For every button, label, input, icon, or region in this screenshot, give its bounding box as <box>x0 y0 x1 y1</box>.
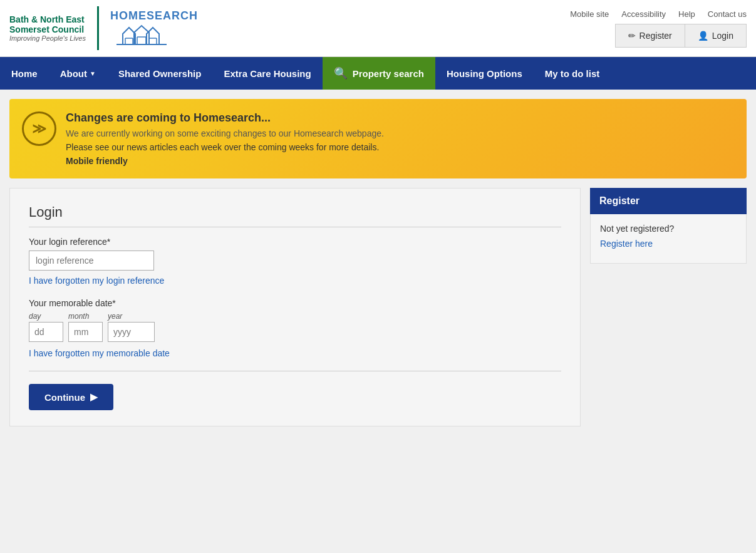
continue-button[interactable]: Continue ▶ <box>29 384 113 410</box>
banner-icon: ≫ <box>22 111 56 146</box>
pencil-icon: ✏ <box>628 31 636 41</box>
login-ref-group: Your login reference* I have forgotten m… <box>29 237 561 286</box>
memorable-date-label: Your memorable date* <box>29 298 561 308</box>
user-icon: 👤 <box>698 31 708 41</box>
nav-home[interactable]: Home <box>0 57 49 90</box>
announcement-banner: ≫ Changes are coming to Homesearch... We… <box>9 99 747 178</box>
main-content-area: Login Your login reference* I have forgo… <box>9 188 747 426</box>
form-divider <box>29 371 561 371</box>
memorable-date-group: Your memorable date* day month year I ha… <box>29 298 561 358</box>
sidebar: Register Not yet registered? Register he… <box>590 188 747 426</box>
council-name-line2: Somerset Council <box>9 24 86 34</box>
not-registered-text: Not yet registered? <box>600 224 737 234</box>
search-icon: 🔍 <box>334 66 348 80</box>
login-title: Login <box>29 204 561 227</box>
site-header: Bath & North East Somerset Council Impro… <box>0 0 756 57</box>
year-field-group: year <box>108 312 155 342</box>
continue-arrow-icon: ▶ <box>90 391 98 403</box>
forgot-ref-link[interactable]: I have forgotten my login reference <box>29 276 561 286</box>
auth-actions: ✏ Register 👤 Login <box>615 24 747 48</box>
homesearch-icon <box>110 23 185 48</box>
nav-about[interactable]: About ▼ <box>49 57 107 90</box>
day-field-group: day <box>29 312 63 342</box>
register-here-link[interactable]: Register here <box>600 239 737 249</box>
nav-my-to-do-list[interactable]: My to do list <box>534 57 611 90</box>
forgot-date-link[interactable]: I have forgotten my memorable date <box>29 348 561 358</box>
month-field-group: month <box>68 312 103 342</box>
logo-area: Bath & North East Somerset Council Impro… <box>9 6 198 50</box>
year-input[interactable] <box>108 322 155 342</box>
contact-us-link[interactable]: Contact us <box>708 9 747 19</box>
council-tagline: Improving People's Lives <box>9 34 86 42</box>
banner-mobile-label: Mobile friendly <box>66 156 384 166</box>
register-button[interactable]: ✏ Register <box>615 24 685 48</box>
help-link[interactable]: Help <box>678 9 695 19</box>
nav-property-search[interactable]: 🔍 Property search <box>323 57 435 90</box>
continue-label: Continue <box>44 392 85 403</box>
month-input[interactable] <box>68 322 103 342</box>
sidebar-register-box: Not yet registered? Register here <box>590 214 747 264</box>
nav-extra-care-housing[interactable]: Extra Care Housing <box>212 57 322 90</box>
day-input[interactable] <box>29 322 63 342</box>
banner-title: Changes are coming to Homesearch... <box>66 111 384 125</box>
banner-note: Please see our news articles each week o… <box>66 142 384 152</box>
logo-divider <box>97 6 99 50</box>
register-label: Register <box>639 31 672 41</box>
top-nav: Mobile site Accessibility Help Contact u… <box>570 9 747 19</box>
banner-content: Changes are coming to Homesearch... We a… <box>66 111 384 166</box>
homesearch-text: HOMESEARCH <box>110 9 198 23</box>
council-name-line1: Bath & North East <box>9 14 86 24</box>
nav-housing-options[interactable]: Housing Options <box>435 57 534 90</box>
login-button[interactable]: 👤 Login <box>685 24 747 48</box>
month-label: month <box>68 312 103 321</box>
day-label: day <box>29 312 63 321</box>
login-box: Login Your login reference* I have forgo… <box>9 188 581 426</box>
nav-shared-ownership[interactable]: Shared Ownership <box>107 57 213 90</box>
login-label: Login <box>712 31 733 41</box>
banner-description: We are currently working on some excitin… <box>66 128 384 138</box>
sidebar-register-heading: Register <box>590 188 747 214</box>
login-ref-input[interactable] <box>29 251 154 271</box>
date-fields: day month year <box>29 312 561 342</box>
council-logo: Bath & North East Somerset Council Impro… <box>9 14 86 42</box>
year-label: year <box>108 312 155 321</box>
mobile-site-link[interactable]: Mobile site <box>570 9 609 19</box>
main-navigation: Home About ▼ Shared Ownership Extra Care… <box>0 57 756 90</box>
homesearch-logo: HOMESEARCH <box>110 9 198 48</box>
login-ref-label: Your login reference* <box>29 237 561 247</box>
accessibility-link[interactable]: Accessibility <box>621 9 666 19</box>
about-dropdown-arrow: ▼ <box>90 70 96 77</box>
